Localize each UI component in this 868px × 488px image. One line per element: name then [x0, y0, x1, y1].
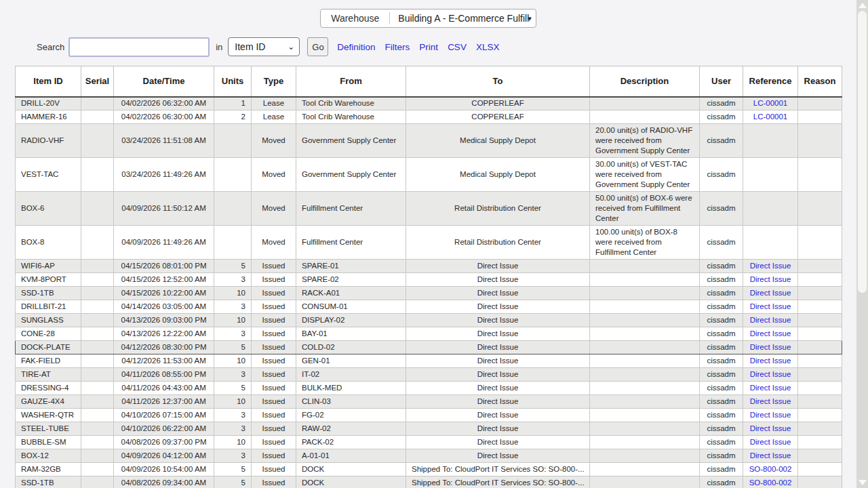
filters-link[interactable]: Filters: [385, 42, 410, 52]
search-input[interactable]: [68, 37, 210, 57]
user-cell: cissadm: [700, 314, 743, 327]
description-cell: [590, 260, 700, 273]
user-cell: cissadm: [700, 110, 743, 124]
reference-link[interactable]: Direct Issue: [750, 302, 791, 310]
serial-cell: [81, 395, 114, 409]
description-cell: 30.00 unit(s) of VEST-TAC were received …: [590, 158, 700, 192]
scroll-up-arrow-icon[interactable]: [859, 3, 867, 8]
table-row[interactable]: DRESSING-404/11/2026 04:43:00 AM5IssuedB…: [16, 382, 842, 395]
table-row[interactable]: STEEL-TUBE04/10/2026 06:22:00 AM3IssuedR…: [16, 422, 842, 436]
reference-link[interactable]: LC-00001: [753, 99, 788, 107]
reference-link[interactable]: Direct Issue: [750, 275, 791, 283]
table-row[interactable]: RAM-32GB04/09/2026 10:54:00 AM5IssuedDOC…: [16, 463, 842, 476]
serial-cell: [81, 273, 114, 287]
reference-link[interactable]: Direct Issue: [750, 438, 791, 446]
datetime-cell: 04/02/2026 06:30:00 AM: [114, 110, 214, 124]
table-row[interactable]: HAMMER-1604/02/2026 06:30:00 AM2LeaseToo…: [16, 110, 842, 124]
table-row[interactable]: BOX-1204/09/2026 04:12:00 AM3IssuedA-01-…: [16, 449, 842, 463]
reference-link[interactable]: SO-800-002: [749, 465, 792, 473]
column-header-reference: Reference: [743, 66, 798, 97]
print-link[interactable]: Print: [419, 42, 438, 52]
scroll-down-arrow-icon[interactable]: [859, 480, 867, 485]
vertical-scrollbar[interactable]: [856, 0, 868, 488]
reference-link[interactable]: Direct Issue: [750, 370, 791, 378]
units-cell: 5: [214, 476, 252, 488]
reference-cell: Direct Issue: [743, 287, 798, 300]
definition-link[interactable]: Definition: [337, 42, 375, 52]
reference-link[interactable]: Direct Issue: [750, 262, 791, 270]
item_id-cell: BUBBLE-SM: [16, 436, 81, 449]
table-row[interactable]: SUNGLASS04/13/2026 09:03:00 PM10IssuedDI…: [16, 314, 842, 327]
column-header-from: From: [296, 66, 406, 97]
column-header-units: Units: [214, 66, 252, 97]
csv-link[interactable]: CSV: [448, 42, 467, 52]
reference-link[interactable]: Direct Issue: [750, 289, 791, 297]
table-row[interactable]: DOCK-PLATE04/12/2026 08:30:00 PM5IssuedC…: [16, 341, 842, 354]
chevron-down-icon: ⌄: [288, 42, 294, 52]
scrollbar-thumb[interactable]: [858, 11, 867, 293]
reference-link[interactable]: Direct Issue: [750, 384, 791, 392]
table-row[interactable]: BUBBLE-SM04/08/2026 09:37:00 PM10IssuedP…: [16, 436, 842, 449]
type-cell: Moved: [252, 124, 296, 158]
reference-link[interactable]: Direct Issue: [750, 357, 791, 365]
units-cell: 10: [214, 287, 252, 300]
go-button[interactable]: Go: [307, 37, 328, 56]
table-row[interactable]: TIRE-AT04/11/2026 08:55:00 PM3IssuedIT-0…: [16, 368, 842, 382]
table-row[interactable]: BOX-804/09/2026 11:49:26 AMMovedFulfillm…: [16, 226, 842, 260]
reference-link[interactable]: LC-00001: [753, 113, 788, 121]
from-cell: GEN-01: [296, 354, 406, 368]
type-cell: Lease: [252, 110, 296, 124]
reference-link[interactable]: Direct Issue: [750, 397, 791, 405]
table-row[interactable]: DRILLBIT-2104/14/2026 03:05:00 AM3Issued…: [16, 300, 842, 314]
description-cell: 50.00 unit(s) of BOX-6 were received fro…: [590, 192, 700, 226]
search-column-select[interactable]: Item ID ⌄: [228, 37, 300, 56]
table-row[interactable]: SSD-1TB04/15/2026 10:22:00 AM10IssuedRAC…: [16, 287, 842, 300]
location-select[interactable]: Building A - E-Commerce Fulfill ▾: [390, 13, 535, 24]
user-cell: cissadm: [700, 158, 743, 192]
reason-cell: [798, 476, 842, 488]
item_id-cell: TIRE-AT: [16, 368, 81, 382]
reference-link[interactable]: Direct Issue: [750, 424, 791, 432]
table-row[interactable]: FAK-FIELD04/12/2026 11:53:00 AM10IssuedG…: [16, 354, 842, 368]
user-cell: cissadm: [700, 449, 743, 463]
to-cell: Shipped To: CloudPort IT Services SO: SO…: [406, 463, 590, 476]
reference-link[interactable]: Direct Issue: [750, 411, 791, 419]
from-cell: Government Supply Center: [296, 124, 406, 158]
from-cell: BAY-01: [296, 327, 406, 341]
reason-cell: [798, 436, 842, 449]
table-row[interactable]: BOX-604/09/2026 11:50:12 AMMovedFulfillm…: [16, 192, 842, 226]
table-row[interactable]: WIFI6-AP04/15/2026 08:01:00 PM5IssuedSPA…: [16, 260, 842, 273]
reference-link[interactable]: SO-800-002: [749, 479, 792, 487]
datetime-cell: 04/13/2026 09:03:00 PM: [114, 314, 214, 327]
serial-cell: [81, 463, 114, 476]
xlsx-link[interactable]: XLSX: [476, 42, 500, 52]
item_id-cell: SSD-1TB: [16, 287, 81, 300]
units-cell: 3: [214, 327, 252, 341]
scope-warehouse-button[interactable]: Warehouse: [321, 13, 389, 24]
table-row[interactable]: WASHER-QTR04/10/2026 07:15:00 AM3IssuedF…: [16, 409, 842, 422]
reference-link[interactable]: Direct Issue: [750, 343, 791, 351]
serial-cell: [81, 476, 114, 488]
units-cell: 10: [214, 354, 252, 368]
reference-link[interactable]: Direct Issue: [750, 329, 791, 338]
table-row[interactable]: GAUZE-4X404/11/2026 12:37:00 AM10IssuedC…: [16, 395, 842, 409]
datetime-cell: 04/12/2026 08:30:00 PM: [114, 341, 214, 354]
user-cell: cissadm: [700, 273, 743, 287]
table-row[interactable]: VEST-TAC03/24/2026 11:49:26 AMMovedGover…: [16, 158, 842, 192]
to-cell: Direct Issue: [406, 327, 590, 341]
reference-link[interactable]: Direct Issue: [750, 316, 791, 324]
user-cell: cissadm: [700, 327, 743, 341]
table-row[interactable]: KVM-8PORT04/15/2026 12:52:00 AM3IssuedSP…: [16, 273, 842, 287]
item_id-cell: FAK-FIELD: [16, 354, 81, 368]
to-cell: Direct Issue: [406, 341, 590, 354]
table-row[interactable]: CONE-2804/13/2026 12:22:00 AM3IssuedBAY-…: [16, 327, 842, 341]
from-cell: FG-02: [296, 409, 406, 422]
table-row[interactable]: DRILL-20V04/02/2026 06:32:00 AM1LeaseToo…: [16, 97, 842, 110]
reference-cell: Direct Issue: [743, 409, 798, 422]
reference-cell: [743, 192, 798, 226]
item_id-cell: VEST-TAC: [16, 158, 81, 192]
reason-cell: [798, 368, 842, 382]
table-row[interactable]: RADIO-VHF03/24/2026 11:51:08 AMMovedGove…: [16, 124, 842, 158]
table-row[interactable]: SSD-1TB04/08/2026 09:34:00 AM5IssuedDOCK…: [16, 476, 842, 488]
reference-link[interactable]: Direct Issue: [750, 451, 791, 460]
